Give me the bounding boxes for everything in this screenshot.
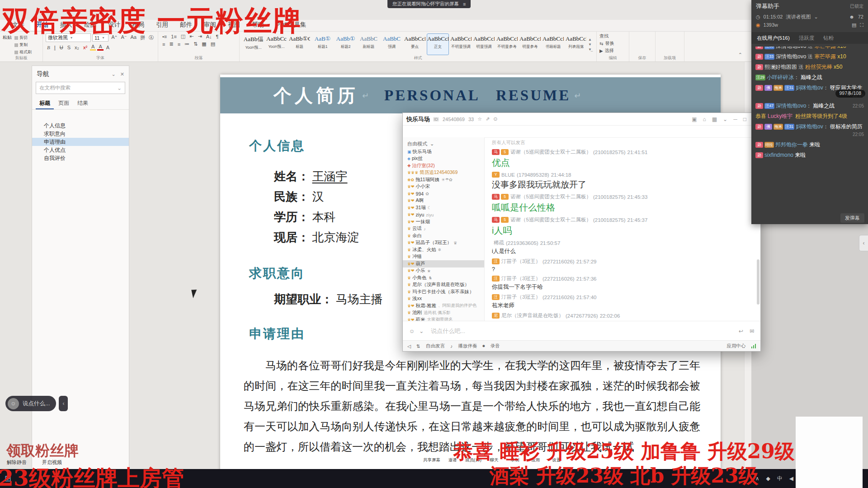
chat-scrollbar[interactable] [757, 259, 760, 305]
member-row[interactable]: ♛❤ 小乐 ★ [403, 267, 484, 275]
member-row[interactable]: ♛♛♛ 简历追124540369 [403, 169, 484, 177]
font-format-button[interactable]: x² [82, 45, 89, 50]
play-accompaniment-button[interactable]: 播放伴奏 [458, 343, 477, 349]
danmaku-tab[interactable]: 在线用户(516) [757, 35, 790, 42]
paragraph-align-button[interactable]: ▤ [209, 41, 217, 47]
member-row[interactable]: ♛ 尼尔（没声音就是在吃饭） [403, 282, 484, 289]
member-row[interactable]: ♛ 云话 ♪ [403, 225, 484, 233]
clipboard-mini-button[interactable]: 复制 [14, 42, 32, 48]
chevron-down-icon[interactable]: ⌄ [112, 71, 116, 77]
member-row[interactable]: ♛❤ 小小宋 [403, 183, 484, 191]
info-icon[interactable]: ⊙ [493, 116, 497, 122]
nav-pane-tab[interactable]: 标题 [36, 98, 54, 109]
panel-layout-icon[interactable]: ▤ [852, 22, 856, 28]
style-cell[interactable]: AaBbCcD 要点 [404, 33, 426, 55]
minimize-button[interactable]: ─ [733, 116, 737, 122]
style-cell[interactable]: AaB① 标题1 [311, 33, 334, 55]
record-button[interactable]: 录音 [490, 343, 500, 349]
style-cell[interactable]: AaBbCcD 列表段落 [565, 33, 586, 55]
favorite-star-icon[interactable]: ☆ [477, 116, 482, 122]
nav-heading-item[interactable]: 求职意向 [32, 130, 129, 138]
nav-heading-item[interactable]: 个人优点 [32, 146, 129, 154]
ribbon-collapse-icon[interactable]: ⌃ [738, 52, 742, 58]
record-icon[interactable]: ⏺ [482, 343, 485, 349]
view-mode-select[interactable]: 演讲者视图 [786, 14, 811, 20]
gallery-icon[interactable]: ▦ [712, 116, 717, 122]
nav-heading-item[interactable]: 申请理由 [32, 138, 129, 146]
chat-input-row[interactable]: ☺ ⌄ 说点什么吧... ↩ ✉ [403, 321, 760, 341]
replace-button[interactable]: ⇆替换 [599, 40, 626, 47]
style-cell[interactable]: AaBbCcD 不明显参考 [496, 33, 518, 55]
font-format-button[interactable]: B [46, 45, 52, 50]
member-row[interactable]: ✚ 治疗室(32) [403, 162, 484, 169]
share-icon[interactable]: ⇗ [486, 116, 490, 122]
member-row[interactable]: ❀✿ 拖11瑞阿姨 ☀☂✿ [403, 176, 484, 183]
style-cell[interactable]: AaBbCcDd 不明显强调 [450, 33, 472, 55]
paragraph-align-button[interactable]: ≔ [183, 41, 191, 47]
member-row[interactable]: ♛❤ 秋霜-雅雅 、阿阳是我的伴护色 [403, 302, 484, 310]
send-danmaku-button[interactable]: 发弹幕 [840, 213, 864, 223]
member-row[interactable]: ♛ 玛卡巴卡挂小浅（亲不亲妹） [403, 288, 484, 296]
member-row[interactable]: ♛❤ 一抹烟 [403, 218, 484, 225]
style-cell[interactable]: AaBbC 强调 [381, 33, 403, 55]
lock-status[interactable]: 已锁定 [850, 3, 863, 9]
member-row[interactable]: ♛❤ 994 ✿ [403, 190, 484, 197]
nav-heading-item[interactable]: 自我评价 [32, 154, 129, 162]
speaker-icon[interactable]: ◁ [407, 343, 411, 349]
font-format-button[interactable]: A [105, 45, 111, 50]
nav-heading-item[interactable] [32, 113, 129, 122]
close-icon[interactable]: ✕ [120, 71, 124, 77]
danmaku-tab[interactable]: 活跃度 [799, 35, 815, 42]
unread-count-pill[interactable]: 997条/108 [835, 89, 865, 98]
member-row[interactable]: ♛❤ 冠晶子（3冠王） ♛ [403, 239, 484, 247]
style-cell[interactable]: AaBbCcD 明显参考 [519, 33, 541, 55]
clipboard-mini-button[interactable]: 格式刷 [14, 49, 32, 55]
style-cell[interactable]: AaBbC 副标题 [358, 33, 380, 55]
free-speak-button[interactable]: 自由发言 [426, 343, 445, 349]
chevron-down-icon[interactable]: ⌄ [117, 85, 122, 91]
fullscreen-icon[interactable]: ⛶ [860, 22, 863, 28]
collapse-chevron[interactable]: ‹ [59, 396, 68, 411]
paragraph-align-button[interactable]: ▦ [200, 41, 208, 47]
swap-icon[interactable]: ⇅ [416, 343, 420, 349]
message-icon[interactable]: ✉ [750, 328, 754, 334]
music-icon[interactable]: ♪ [450, 343, 453, 349]
member-row[interactable]: ♛❤ A啊 [403, 197, 484, 205]
font-format-button[interactable]: I [53, 45, 57, 50]
font-format-button[interactable]: A [90, 44, 96, 51]
paragraph-align-button[interactable]: ⇅ [192, 41, 199, 47]
member-row[interactable]: ♛ 池刚 追尚机 佩乐影 [403, 310, 484, 317]
chevron-down-icon[interactable]: ⌄ [814, 14, 818, 20]
font-format-button[interactable]: x₂ [73, 45, 80, 50]
member-row[interactable]: ♛ 冰柔、火焰 ❄ [403, 246, 484, 253]
style-cell[interactable]: AaBbCcD 书籍标题 [542, 33, 564, 55]
danmaku-tab[interactable]: 钻粉 [823, 35, 834, 42]
member-row[interactable]: ♛❤ 31瑞 ☾ [403, 204, 484, 211]
paragraph-align-button[interactable]: ≡ [176, 42, 182, 47]
panel-expand-chevron[interactable]: ‹ [859, 235, 868, 251]
member-row[interactable]: ♛❤ ziyu ziyu [403, 211, 484, 219]
font-format-button[interactable]: S [66, 45, 72, 50]
nav-pane-tab[interactable]: 页面 [55, 98, 73, 109]
member-row[interactable]: ♛❤ 葫芦 [403, 260, 484, 267]
font-format-button[interactable]: U [58, 45, 65, 50]
member-row[interactable]: ♛ 余白 [403, 232, 484, 239]
member-row[interactable]: ♛ 小角色 ♞ [403, 274, 484, 282]
styles-gallery-arrows[interactable]: ▲▼▼̲ [586, 33, 594, 55]
paragraph-align-button[interactable]: ≣ [168, 41, 175, 47]
member-row[interactable]: ♛ 浅xx [403, 296, 484, 303]
member-row[interactable]: ▣ 快乐马场 [403, 148, 484, 155]
quick-chat-input[interactable]: ☺ 说点什么... [5, 396, 56, 411]
style-cell[interactable]: AaBb① 标题2 [335, 33, 357, 55]
nav-pane-tab[interactable]: 结果 [74, 98, 92, 109]
style-cell[interactable]: AaBbCcDd 正文 [427, 33, 449, 55]
home-icon[interactable]: ⌂ [703, 116, 706, 122]
style-cell[interactable]: AaBbCcDd 明显强调 [473, 33, 495, 55]
emoji-icon[interactable]: ☺ [409, 328, 415, 334]
maximize-button[interactable]: □ [743, 116, 746, 122]
paragraph-align-button[interactable]: ≡ [161, 42, 166, 47]
font-format-button[interactable]: A [97, 44, 103, 51]
member-row[interactable]: ♛ 冲猫 [403, 253, 484, 261]
app-center-button[interactable]: 应用中心 [727, 343, 746, 349]
menu-icon[interactable]: ≡ [463, 1, 466, 7]
